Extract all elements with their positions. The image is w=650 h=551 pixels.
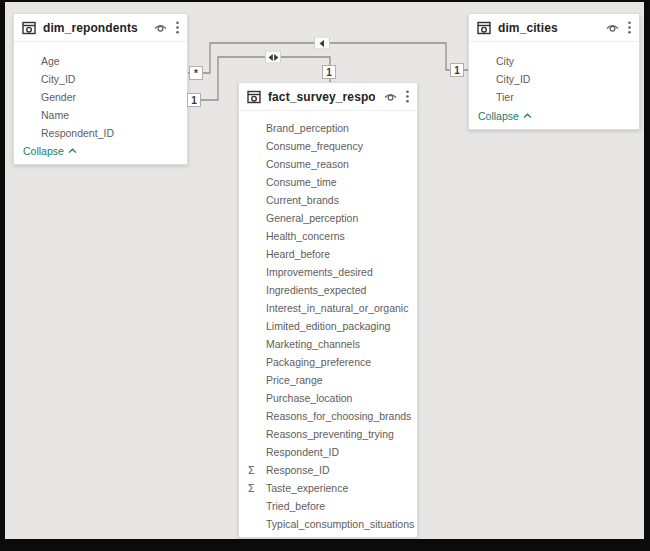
field-name: Marketing_channels: [266, 338, 360, 350]
field-row[interactable]: ΣTaste_experience: [239, 479, 417, 497]
cardinality-label-many: *: [189, 66, 203, 80]
collapse-label: Collapse: [478, 110, 519, 122]
cardinality-label-one-cities: 1: [450, 63, 464, 77]
field-row[interactable]: City_ID: [14, 70, 187, 88]
field-name: Limited_edition_packaging: [266, 320, 390, 332]
field-row[interactable]: Reasons_preventing_trying: [239, 425, 417, 443]
field-name: Current_brands: [266, 194, 339, 206]
field-row[interactable]: Limited_edition_packaging: [239, 317, 417, 335]
field-row[interactable]: Consume_time: [239, 173, 417, 191]
field-name: Name: [41, 109, 69, 121]
field-name: General_perception: [266, 212, 358, 224]
field-name: Interest_in_natural_or_organic: [266, 302, 408, 314]
field-row[interactable]: City_ID: [469, 70, 639, 88]
field-name: Health_concerns: [266, 230, 345, 242]
field-name: Response_ID: [266, 464, 330, 476]
field-name: Consume_reason: [266, 158, 349, 170]
sum-sigma-icon: Σ: [248, 479, 255, 497]
field-name: Reasons_preventing_trying: [266, 428, 394, 440]
field-row[interactable]: Typical_consumption_situations: [239, 515, 417, 533]
field-row[interactable]: Improvements_desired: [239, 263, 417, 281]
field-row[interactable]: City: [469, 52, 639, 70]
field-name: Brand_perception: [266, 122, 349, 134]
more-options-kebab-icon[interactable]: [628, 21, 631, 34]
field-row[interactable]: General_perception: [239, 209, 417, 227]
more-options-kebab-icon[interactable]: [406, 90, 409, 103]
collapse-label: Collapse: [23, 145, 64, 157]
collapse-link[interactable]: Collapse: [23, 145, 77, 157]
table-card-header[interactable]: dim_repondents: [14, 14, 187, 42]
field-row[interactable]: Marketing_channels: [239, 335, 417, 353]
field-name: Respondent_ID: [41, 127, 114, 139]
field-name: Purchase_location: [266, 392, 352, 404]
field-name: Typical_consumption_situations: [266, 518, 414, 530]
field-name: Tried_before: [266, 500, 325, 512]
field-row[interactable]: Age: [14, 52, 187, 70]
table-title: fact_survey_responses: [268, 90, 375, 104]
field-row[interactable]: Brand_perception: [239, 119, 417, 137]
field-name: City_ID: [41, 73, 75, 85]
field-name: Reasons_for_choosing_brands: [266, 410, 411, 422]
cardinality-label-one-repondents: 1: [187, 93, 201, 107]
field-name: Ingredients_expected: [266, 284, 366, 296]
field-row[interactable]: Purchase_location: [239, 389, 417, 407]
more-options-kebab-icon[interactable]: [176, 21, 179, 34]
table-card-header[interactable]: dim_cities: [469, 14, 639, 42]
field-row[interactable]: ΣResponse_ID: [239, 461, 417, 479]
table-title: dim_cities: [498, 21, 597, 35]
field-name: Heard_before: [266, 248, 330, 260]
model-view-screen: { "colors": { "canvas": "#e7e6e5", "fram…: [0, 0, 650, 551]
field-name: Gender: [41, 91, 76, 103]
field-name: Price_range: [266, 374, 323, 386]
field-name: Packaging_preference: [266, 356, 371, 368]
table-icon: [22, 21, 36, 35]
field-list: AgeCity_IDGenderNameRespondent_ID: [14, 42, 187, 142]
field-name: Consume_frequency: [266, 140, 363, 152]
collapse-link[interactable]: Collapse: [478, 110, 532, 122]
cardinality-label-one-fact: 1: [322, 65, 336, 79]
field-row[interactable]: Respondent_ID: [239, 443, 417, 461]
field-row[interactable]: Consume_reason: [239, 155, 417, 173]
visibility-eye-icon[interactable]: [153, 22, 168, 33]
field-name: Taste_experience: [266, 482, 348, 494]
table-card-dim-repondents[interactable]: dim_repondents AgeCity_IDGenderNameRespo…: [13, 13, 188, 165]
field-row[interactable]: Price_range: [239, 371, 417, 389]
field-row[interactable]: Heard_before: [239, 245, 417, 263]
field-row[interactable]: Ingredients_expected: [239, 281, 417, 299]
field-row[interactable]: Name: [14, 106, 187, 124]
field-name: Respondent_ID: [266, 446, 339, 458]
field-name: City: [496, 55, 514, 67]
field-name: Age: [41, 55, 60, 67]
field-name: City_ID: [496, 73, 530, 85]
table-icon: [477, 21, 491, 35]
visibility-eye-icon[interactable]: [383, 91, 398, 102]
field-row[interactable]: Reasons_for_choosing_brands: [239, 407, 417, 425]
field-list: CityCity_IDTier: [469, 42, 639, 106]
table-card-header[interactable]: fact_survey_responses: [239, 83, 417, 111]
field-row[interactable]: Tier: [469, 88, 639, 106]
field-row[interactable]: Tried_before: [239, 497, 417, 515]
field-list: Brand_perceptionConsume_frequencyConsume…: [239, 111, 417, 533]
sum-sigma-icon: Σ: [248, 461, 255, 479]
table-title: dim_repondents: [43, 21, 145, 35]
filter-direction-both-icon[interactable]: [265, 51, 281, 64]
field-row[interactable]: Consume_frequency: [239, 137, 417, 155]
filter-direction-single-icon[interactable]: [314, 37, 330, 50]
field-row[interactable]: Health_concerns: [239, 227, 417, 245]
table-card-dim-cities[interactable]: dim_cities CityCity_IDTier Collapse: [468, 13, 640, 130]
field-name: Tier: [496, 91, 514, 103]
visibility-eye-icon[interactable]: [605, 22, 620, 33]
field-row[interactable]: Interest_in_natural_or_organic: [239, 299, 417, 317]
table-card-fact-survey-responses[interactable]: fact_survey_responses Brand_perceptionCo…: [238, 82, 418, 538]
field-name: Improvements_desired: [266, 266, 373, 278]
field-name: Consume_time: [266, 176, 337, 188]
table-icon: [247, 90, 261, 104]
field-row[interactable]: Respondent_ID: [14, 124, 187, 142]
field-row[interactable]: Current_brands: [239, 191, 417, 209]
chevron-up-icon: [523, 113, 532, 119]
field-row[interactable]: Packaging_preference: [239, 353, 417, 371]
chevron-up-icon: [68, 148, 77, 154]
field-row[interactable]: Gender: [14, 88, 187, 106]
